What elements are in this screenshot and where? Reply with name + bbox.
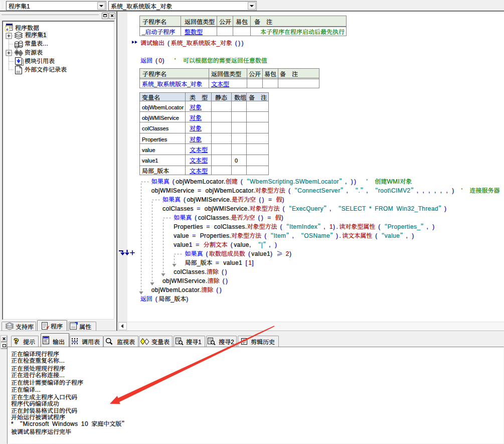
svg-text:e: e: [7, 27, 9, 32]
